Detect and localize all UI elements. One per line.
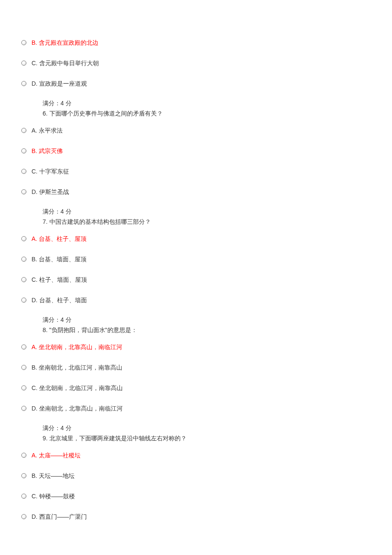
option-row: D. 坐南朝北，北靠高山，南临江河 <box>21 404 392 413</box>
option-row: B. 坐南朝北，北临江河，南靠高山 <box>21 363 392 372</box>
option-row: B. 台基、墙面、屋顶 <box>21 255 392 263</box>
question-text: 6. 下面哪个历史事件与佛道之间的矛盾有关？ <box>43 110 392 118</box>
radio-icon[interactable] <box>21 385 26 390</box>
option-label: A. 太庙——社稷坛 <box>32 451 81 460</box>
option-label: C. 坐北朝南，北临江河，南靠高山 <box>32 384 123 392</box>
option-label: A. 坐北朝南，北靠高山，南临江河 <box>32 343 122 351</box>
option-row: B. 武宗灭佛 <box>21 147 392 155</box>
option-row: D. 西直门——广渠门 <box>21 512 392 521</box>
question-text: 8. "负阴抱阳，背山面水"的意思是： <box>43 327 392 334</box>
radio-icon[interactable] <box>21 277 26 282</box>
radio-icon[interactable] <box>21 494 26 499</box>
option-label: C. 十字军东征 <box>32 167 69 176</box>
radio-icon[interactable] <box>21 473 26 478</box>
radio-icon[interactable] <box>21 406 26 411</box>
option-row: A. 坐北朝南，北靠高山，南临江河 <box>21 343 392 351</box>
option-label: B. 武宗灭佛 <box>32 147 63 155</box>
radio-icon[interactable] <box>21 236 26 241</box>
option-row: D. 宣政殿是一座道观 <box>21 79 392 88</box>
radio-icon[interactable] <box>21 189 26 194</box>
question-8: 8. "负阴抱阳，背山面水"的意思是： A. 坐北朝南，北靠高山，南临江河 B.… <box>21 327 392 432</box>
option-row: B. 天坛——地坛 <box>21 471 392 480</box>
option-row: D. 伊斯兰圣战 <box>21 188 392 196</box>
option-row: C. 十字军东征 <box>21 167 392 176</box>
full-score-label: 满分：4 分 <box>43 208 392 216</box>
option-label: B. 台基、墙面、屋顶 <box>32 255 86 263</box>
option-label: C. 柱子、墙面、屋顶 <box>32 275 87 284</box>
full-score-label: 满分：4 分 <box>43 425 392 432</box>
question-text: 7. 中国古建筑的基本结构包括哪三部分？ <box>43 218 392 226</box>
radio-icon[interactable] <box>21 148 26 153</box>
radio-icon[interactable] <box>21 514 26 519</box>
option-row: C. 坐北朝南，北临江河，南靠高山 <box>21 384 392 392</box>
radio-icon[interactable] <box>21 128 26 133</box>
option-row: D. 台基、柱子、墙面 <box>21 296 392 304</box>
option-row: C. 柱子、墙面、屋顶 <box>21 275 392 284</box>
option-row: A. 台基、柱子、屋顶 <box>21 234 392 243</box>
option-label: D. 坐南朝北，北靠高山，南临江河 <box>32 404 123 413</box>
option-row: C. 含元殿中每日举行大朝 <box>21 59 392 67</box>
option-row: B. 含元殿在宣政殿的北边 <box>21 38 392 47</box>
radio-icon[interactable] <box>21 298 26 303</box>
option-label: D. 宣政殿是一座道观 <box>32 79 87 88</box>
option-row: C. 钟楼——鼓楼 <box>21 492 392 500</box>
option-label: B. 天坛——地坛 <box>32 471 75 480</box>
option-row: A. 永平求法 <box>21 126 392 135</box>
radio-icon[interactable] <box>21 344 26 350</box>
question-9: 9. 北京城里，下面哪两座建筑是沿中轴线左右对称的？ A. 太庙——社稷坛 B.… <box>21 435 392 521</box>
option-label: B. 含元殿在宣政殿的北边 <box>32 38 98 47</box>
radio-icon[interactable] <box>21 365 26 370</box>
option-label: D. 伊斯兰圣战 <box>32 188 69 196</box>
radio-icon[interactable] <box>21 257 26 262</box>
option-label: A. 永平求法 <box>32 126 63 135</box>
option-label: D. 台基、柱子、墙面 <box>32 296 87 304</box>
radio-icon[interactable] <box>21 40 26 45</box>
option-label: A. 台基、柱子、屋顶 <box>32 234 86 243</box>
option-row: A. 太庙——社稷坛 <box>21 451 392 460</box>
option-label: D. 西直门——广渠门 <box>32 512 87 521</box>
question-5-tail: B. 含元殿在宣政殿的北边 C. 含元殿中每日举行大朝 D. 宣政殿是一座道观 … <box>21 38 392 107</box>
option-label: C. 含元殿中每日举行大朝 <box>32 59 99 67</box>
radio-icon[interactable] <box>21 81 26 86</box>
question-7: 7. 中国古建筑的基本结构包括哪三部分？ A. 台基、柱子、屋顶 B. 台基、墙… <box>21 218 392 324</box>
full-score-label: 满分：4 分 <box>43 100 392 107</box>
full-score-label: 满分：4 分 <box>43 316 392 324</box>
radio-icon[interactable] <box>21 61 26 66</box>
question-6: 6. 下面哪个历史事件与佛道之间的矛盾有关？ A. 永平求法 B. 武宗灭佛 C… <box>21 110 392 216</box>
option-label: C. 钟楼——鼓楼 <box>32 492 75 500</box>
radio-icon[interactable] <box>21 453 26 458</box>
option-label: B. 坐南朝北，北临江河，南靠高山 <box>32 363 122 372</box>
question-text: 9. 北京城里，下面哪两座建筑是沿中轴线左右对称的？ <box>43 435 392 442</box>
radio-icon[interactable] <box>21 169 26 174</box>
